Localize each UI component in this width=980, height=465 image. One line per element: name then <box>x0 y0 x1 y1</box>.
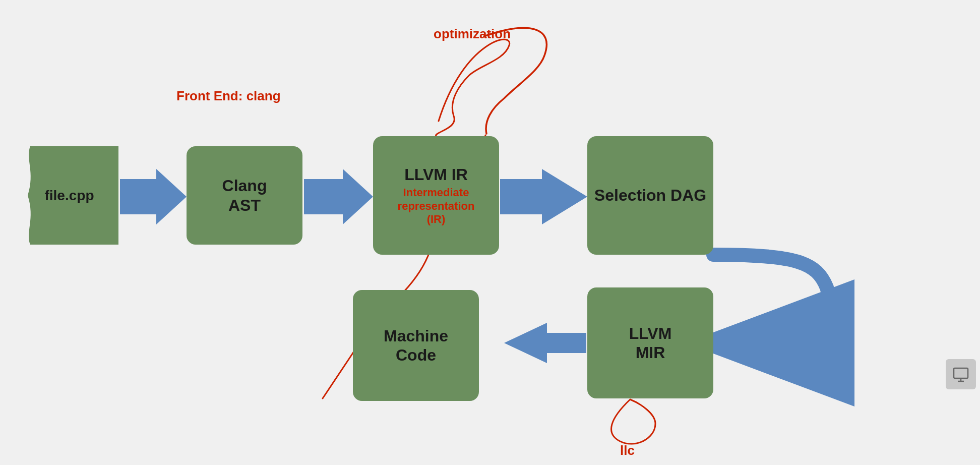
icon-box[interactable] <box>946 359 976 389</box>
label-optimization: optimization <box>434 26 511 42</box>
screen-icon <box>953 366 969 382</box>
llvm-ir-label: LLVM IR Intermediaterepresentation(IR) <box>398 165 475 226</box>
machine-code-label: MachineCode <box>384 326 448 365</box>
diagram-container: file.cpp ClangAST LLVM IR Intermediatere… <box>0 0 980 465</box>
llvm-mir-label: LLVMMIR <box>629 324 672 363</box>
optimization-loop <box>436 39 510 136</box>
opt-curve <box>484 28 546 134</box>
clang-ast-label: ClangAST <box>222 176 267 215</box>
llvm-ir-sublabel: Intermediaterepresentation(IR) <box>398 186 475 226</box>
selection-dag-label: Selection DAG <box>594 186 706 205</box>
node-selection-dag: Selection DAG <box>587 136 713 255</box>
node-file-cpp: file.cpp <box>20 146 118 245</box>
llc-loop <box>611 399 655 444</box>
file-cpp-label: file.cpp <box>44 187 94 204</box>
arrow-1 <box>120 169 187 224</box>
curved-arrow-dag-to-mir <box>713 255 829 343</box>
arrow-2 <box>304 169 373 224</box>
node-llvm-mir: LLVMMIR <box>587 287 713 398</box>
node-llvm-ir: LLVM IR Intermediaterepresentation(IR) <box>373 136 499 255</box>
node-clang-ast: ClangAST <box>187 146 302 245</box>
svg-rect-3 <box>954 368 968 378</box>
label-llc: llc <box>620 443 635 458</box>
label-front-end: Front End: clang <box>176 88 281 104</box>
arrow-3 <box>500 169 587 224</box>
node-machine-code: MachineCode <box>353 290 479 401</box>
arrow-5 <box>504 323 586 363</box>
